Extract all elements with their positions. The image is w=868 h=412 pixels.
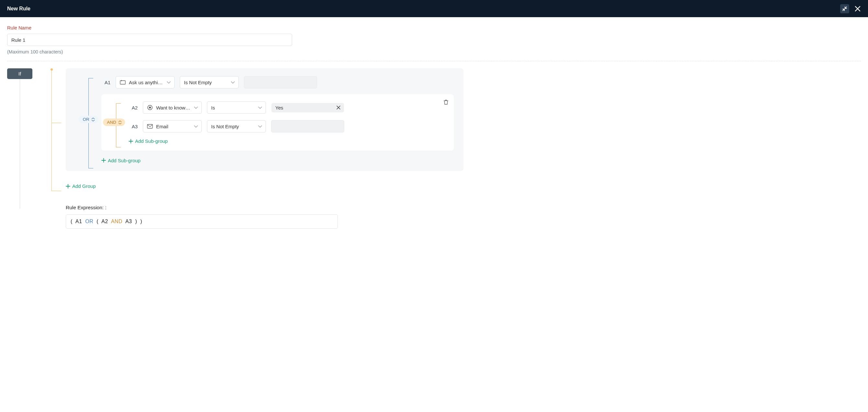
add-subgroup-button[interactable]: Add Sub-group	[129, 138, 168, 144]
delete-subgroup-button[interactable]	[443, 99, 448, 106]
condition-builder: If OR A1	[7, 68, 861, 229]
close-icon	[855, 5, 861, 12]
modal-body: Rule Name (Maximum 100 characters) If OR	[0, 17, 868, 239]
expr-paren: )	[140, 219, 142, 224]
trash-icon	[443, 99, 448, 105]
chevron-down-icon	[230, 80, 235, 84]
subgroup-conditions: A2 Want to know… Is	[129, 100, 448, 145]
subgroup-card: AND A2	[101, 94, 454, 151]
section-divider	[7, 61, 861, 61]
tree-vline	[52, 70, 52, 191]
chevron-down-icon	[194, 124, 198, 128]
group-operator-label: OR	[83, 117, 89, 122]
header-actions	[840, 4, 862, 13]
value-input[interactable]	[271, 120, 344, 132]
if-chip: If	[7, 68, 32, 79]
field-select-text: Email	[156, 124, 191, 129]
add-subgroup-label: Add Sub-group	[108, 158, 141, 163]
plus-icon	[129, 139, 133, 144]
rule-name-input[interactable]	[7, 34, 292, 46]
field-select[interactable]: Email	[143, 120, 202, 132]
modal-title: New Rule	[7, 6, 30, 12]
plus-icon	[66, 184, 70, 189]
value-tag: Yes	[271, 103, 344, 113]
group-card: OR A1 Ask us anythi…	[66, 68, 463, 171]
field-select[interactable]: Want to know…	[143, 101, 202, 114]
field-select[interactable]: Ask us anythi…	[116, 76, 175, 88]
field-select-text: Want to know…	[156, 105, 191, 110]
operator-select-text: Is	[211, 105, 255, 110]
operator-select[interactable]: Is Not Empty	[180, 76, 239, 88]
expr-and: AND	[111, 219, 122, 224]
add-group-button[interactable]: Add Group	[66, 183, 96, 189]
close-button[interactable]	[853, 4, 862, 13]
condition-id: A3	[129, 124, 138, 129]
chevron-down-icon	[258, 105, 262, 109]
value-tag-text: Yes	[275, 105, 283, 110]
expr-paren: (	[71, 219, 72, 224]
expr-or: OR	[85, 219, 93, 224]
operator-select[interactable]: Is Not Empty	[207, 120, 266, 132]
condition-row: A3 Email Is Not Empty	[129, 119, 448, 134]
condition-row: A2 Want to know… Is	[129, 100, 448, 115]
rule-expression-box: ( A1 OR ( A2 AND A3 ) )	[66, 214, 338, 229]
expr-paren: )	[135, 219, 137, 224]
group-conditions: A1 Ask us anythi… Is Not Empty	[101, 75, 454, 164]
rule-expression-label: Rule Expression: :	[66, 205, 338, 211]
minimize-button[interactable]	[840, 4, 849, 13]
operator-select-text: Is Not Empty	[211, 124, 255, 129]
group-bracket	[88, 78, 93, 168]
expr-token: A3	[125, 219, 132, 224]
mail-icon	[147, 124, 153, 129]
chevron-down-icon	[258, 124, 262, 128]
plus-icon	[101, 158, 106, 163]
if-column: If	[7, 68, 44, 229]
sort-icon	[91, 118, 95, 121]
field-select-text: Ask us anythi…	[129, 80, 164, 85]
chevron-down-icon	[166, 80, 171, 84]
sort-icon	[118, 121, 122, 124]
rule-name-label: Rule Name	[7, 25, 861, 30]
rule-name-hint: (Maximum 100 characters)	[7, 49, 861, 55]
condition-id: A2	[129, 105, 138, 110]
value-input[interactable]	[244, 76, 317, 88]
tree-hline-2	[52, 191, 61, 191]
modal-header: New Rule	[0, 0, 868, 17]
group-operator-select[interactable]: OR	[79, 116, 98, 123]
chevron-down-icon	[194, 105, 198, 109]
if-vline	[20, 79, 20, 209]
tree-hline-1	[52, 123, 61, 123]
remove-tag-button[interactable]	[336, 105, 341, 110]
group-operator-column: OR	[75, 75, 101, 164]
subgroup-operator-label: AND	[107, 120, 116, 125]
expr-token: A1	[75, 219, 82, 224]
radio-icon	[147, 105, 153, 110]
operator-select-text: Is Not Empty	[184, 80, 228, 85]
expr-paren: (	[96, 219, 98, 224]
rule-content: OR A1 Ask us anythi…	[44, 68, 861, 229]
textarea-icon	[120, 80, 126, 85]
condition-id: A1	[101, 80, 111, 85]
expr-token: A2	[101, 219, 108, 224]
add-group-label: Add Group	[72, 183, 96, 189]
condition-row: A1 Ask us anythi… Is Not Empty	[101, 75, 454, 90]
operator-select[interactable]: Is	[207, 101, 266, 114]
subgroup-operator-column: AND	[107, 100, 129, 145]
value-tag-input[interactable]: Yes	[271, 101, 344, 114]
add-subgroup-label: Add Sub-group	[135, 138, 168, 144]
subgroup-operator-select[interactable]: AND	[103, 119, 125, 126]
add-subgroup-button[interactable]: Add Sub-group	[101, 158, 141, 163]
rule-expression-section: Rule Expression: : ( A1 OR ( A2 AND A3 )…	[66, 205, 338, 229]
minimize-icon	[842, 6, 847, 12]
